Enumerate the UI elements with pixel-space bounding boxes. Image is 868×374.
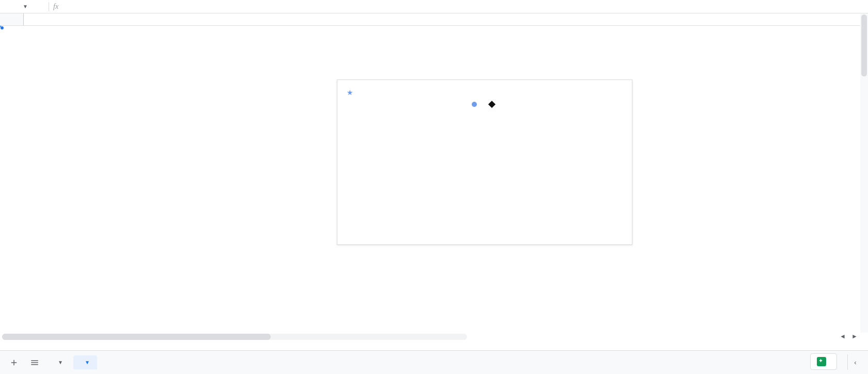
spreadsheet-grid[interactable]: ★ (0, 13, 868, 331)
name-box[interactable]: ▼ (3, 3, 44, 10)
sheet-tab-1[interactable]: ▼ (47, 355, 70, 369)
horizontal-scrollbar-thumb[interactable] (2, 334, 271, 340)
all-sheets-button[interactable] (26, 354, 43, 371)
fill-handle[interactable] (0, 26, 4, 30)
scroll-right-icon[interactable]: ► (851, 333, 858, 340)
chart-title (337, 80, 632, 88)
dot-icon (472, 102, 477, 107)
legend-state-avg (472, 102, 480, 107)
plus-icon (9, 358, 19, 367)
chevron-down-icon[interactable]: ▼ (85, 360, 90, 365)
column-headers (0, 13, 868, 26)
horizontal-scrollbar[interactable] (2, 334, 467, 340)
divider (49, 2, 49, 11)
add-sheet-button[interactable] (5, 354, 23, 371)
chart-plot-area (349, 109, 616, 202)
vertical-scrollbar-thumb[interactable] (861, 14, 867, 76)
chart-legend (337, 100, 632, 109)
chevron-down-icon[interactable]: ▼ (23, 4, 28, 9)
chart-object[interactable]: ★ (337, 80, 632, 245)
chart-subtitle: ★ (337, 88, 632, 100)
fx-icon: fx (53, 3, 58, 11)
vertical-scrollbar[interactable] (860, 13, 868, 333)
diamond-icon (488, 101, 495, 108)
sheet-tab-bar: ▼ ▼ ‹ (0, 350, 868, 374)
sheet-tab-2[interactable]: ▼ (73, 355, 97, 369)
legend-region-avg (489, 102, 498, 107)
explore-icon (817, 357, 826, 366)
chevron-down-icon[interactable]: ▼ (58, 360, 63, 365)
select-all-corner[interactable] (0, 13, 24, 25)
menu-icon (30, 358, 39, 367)
side-panel-toggle[interactable]: ‹ (847, 354, 863, 370)
scroll-left-icon[interactable]: ◄ (840, 333, 846, 340)
horizontal-scroll-arrows[interactable]: ◄ ► (840, 333, 858, 340)
explore-button[interactable] (810, 353, 837, 370)
formula-bar: ▼ fx (0, 0, 868, 13)
star-icon: ★ (347, 88, 353, 97)
chart-x-axis-title (337, 202, 632, 210)
